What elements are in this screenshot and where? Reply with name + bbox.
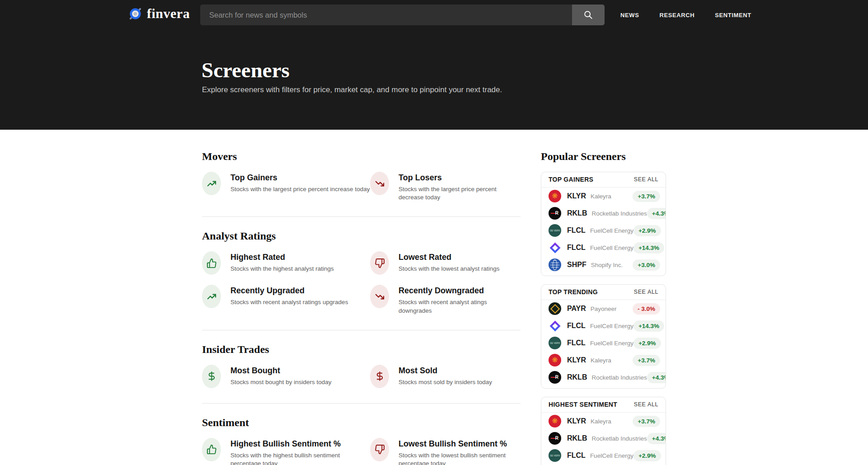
- item-description: Stocks most sold by insiders today: [399, 378, 492, 386]
- icon-bubble: [202, 251, 221, 275]
- item-description: Stocks with the highest analyst ratings: [230, 265, 334, 273]
- change-badge: +3.7%: [633, 191, 660, 202]
- ticker: FLCL: [567, 322, 586, 330]
- change-badge: +3.7%: [633, 416, 660, 427]
- thumb-up-icon: [206, 258, 217, 268]
- company-name: Rocketlab Industries: [591, 374, 647, 381]
- icon-bubble: [370, 438, 389, 461]
- stock-row[interactable]: FLCL FuelCell Energy +2.9%: [541, 222, 666, 239]
- search-input[interactable]: [200, 5, 572, 25]
- icon-bubble: [202, 172, 221, 195]
- screener-item-recently-downgraded[interactable]: Recently Downgraded Stocks with recent a…: [370, 285, 521, 315]
- klyr-logo: [549, 354, 561, 366]
- ticker: RKLB: [567, 373, 587, 381]
- change-badge: - 3.0%: [633, 303, 660, 315]
- ticker: RKLB: [567, 434, 587, 442]
- stock-row[interactable]: FLCL FuelCell Energy +14.3%: [541, 317, 666, 334]
- change-badge: +4.3%: [647, 372, 666, 383]
- company-name: FuelCell Energy: [590, 323, 633, 329]
- screener-item-recently-upgraded[interactable]: Recently Upgraded Stocks with recent ana…: [202, 285, 370, 315]
- brand-logo[interactable]: finvera: [128, 6, 190, 21]
- company-name: Rocketlab Industries: [591, 210, 647, 217]
- card-highest-sentiment: HIGHEST SENTIMENT SEE ALL KLYR Kaleyra +…: [541, 397, 666, 465]
- section-sentiment: Sentiment Highest Bullish Sentiment % St…: [202, 403, 521, 465]
- trending-down-icon: [375, 178, 385, 189]
- screener-item-top-gainers[interactable]: Top Gainers Stocks with the largest pric…: [202, 172, 370, 202]
- stock-row[interactable]: RKLB Rocketlab Industries +4.3%: [541, 205, 666, 222]
- icon-bubble: [202, 285, 221, 308]
- item-description: Stocks with recent analyst ratings upgra…: [230, 298, 348, 306]
- screener-item-most-sold[interactable]: Most Sold Stocks most sold by insiders t…: [370, 365, 521, 388]
- section-insider-trades: Insider Trades Most Bought Stocks most b…: [202, 330, 521, 403]
- rklb-logo: [549, 207, 561, 220]
- stock-row[interactable]: RKLB Rocketlab Industries +4.3%: [541, 430, 666, 447]
- stock-row[interactable]: KLYR Kaleyra +3.7%: [541, 188, 666, 205]
- item-title: Top Losers: [399, 173, 521, 183]
- page-subtitle: Explore screeners with filters for price…: [202, 85, 868, 94]
- ticker: FLCL: [567, 244, 586, 252]
- screener-item-lowest-rated[interactable]: Lowest Rated Stocks with the lowest anal…: [370, 251, 521, 275]
- stock-row[interactable]: KLYR Kaleyra +3.7%: [541, 352, 666, 369]
- screener-item-highest-bullish[interactable]: Highest Bullish Sentiment % Stocks with …: [202, 438, 370, 465]
- item-title: Highest Rated: [230, 253, 334, 262]
- see-all-link[interactable]: SEE ALL: [634, 289, 658, 295]
- item-title: Most Sold: [399, 366, 492, 376]
- company-name: FuelCell Energy: [590, 227, 633, 234]
- section-title: Insider Trades: [202, 344, 521, 355]
- icon-bubble: [370, 285, 389, 308]
- dollar-icon: [206, 371, 217, 381]
- stock-row[interactable]: PAYR Payoneer - 3.0%: [541, 300, 666, 317]
- flcl-logo: [549, 449, 561, 462]
- hero-banner: Screeners Explore screeners with filters…: [0, 30, 868, 130]
- dollar-icon: [375, 371, 385, 381]
- see-all-link[interactable]: SEE ALL: [634, 401, 658, 408]
- item-title: Lowest Rated: [399, 253, 500, 262]
- ticker: KLYR: [567, 417, 586, 425]
- content-area: Movers Top Gainers Stocks with the large…: [0, 130, 868, 465]
- item-description: Stocks with the highest bullish sentimen…: [230, 451, 370, 465]
- screener-item-lowest-bullish[interactable]: Lowest Bullish Sentiment % Stocks with t…: [370, 438, 521, 465]
- stock-row[interactable]: FLCL FuelCell Energy +2.9%: [541, 334, 666, 352]
- nav-link-sentiment[interactable]: SENTIMENT: [715, 12, 751, 19]
- search-button[interactable]: [572, 5, 605, 25]
- stock-row[interactable]: FLCL FuelCell Energy +14.3%: [541, 239, 666, 256]
- ticker: KLYR: [567, 192, 586, 200]
- card-title: TOP GAINERS: [549, 176, 593, 183]
- company-name: Shopify Inc.: [591, 262, 623, 268]
- company-name: Kaleyra: [591, 193, 611, 200]
- page-title: Screeners: [202, 60, 868, 81]
- finvera-logo-icon: [128, 6, 143, 21]
- ticker: PAYR: [567, 305, 586, 313]
- ticker: FLCL: [567, 226, 586, 235]
- item-description: Stocks with recent analyst atings downgr…: [399, 298, 521, 315]
- klyr-logo: [549, 190, 561, 202]
- trending-up-icon: [206, 178, 217, 189]
- nav-link-news[interactable]: NEWS: [620, 12, 639, 19]
- stock-row[interactable]: SHPF Shopify Inc. +3.0%: [541, 256, 666, 273]
- stock-row[interactable]: KLYR Kaleyra +3.7%: [541, 413, 666, 430]
- change-badge: +3.7%: [633, 355, 660, 366]
- stock-row[interactable]: FLCL FuelCell Energy +2.9%: [541, 447, 666, 464]
- company-name: FuelCell Energy: [590, 340, 633, 347]
- flcl-logo: [549, 337, 561, 349]
- change-badge: +2.9%: [633, 225, 661, 236]
- screener-item-top-losers[interactable]: Top Losers Stocks with the largest price…: [370, 172, 521, 202]
- nav-link-research[interactable]: RESEARCH: [659, 12, 694, 19]
- change-badge: +3.0%: [633, 259, 660, 271]
- ticker: SHPF: [567, 261, 586, 269]
- item-title: Recently Downgraded: [399, 286, 521, 296]
- screener-item-highest-rated[interactable]: Highest Rated Stocks with the highest an…: [202, 251, 370, 275]
- stock-row[interactable]: RKLB Rocketlab Industries +4.3%: [541, 369, 666, 386]
- change-badge: +14.3%: [633, 242, 664, 254]
- trending-up-icon: [206, 291, 217, 302]
- item-title: Top Gainers: [230, 173, 370, 183]
- item-description: Stocks with the largest price percent in…: [230, 185, 370, 193]
- item-description: Stocks with the largest price percent de…: [399, 185, 521, 202]
- screener-item-most-bought[interactable]: Most Bought Stocks most bought by inside…: [202, 365, 370, 388]
- change-badge: +2.9%: [633, 450, 661, 461]
- see-all-link[interactable]: SEE ALL: [634, 176, 658, 183]
- search-icon: [583, 10, 593, 20]
- change-badge: +2.9%: [633, 338, 661, 349]
- rklb-logo: [549, 371, 561, 384]
- ticker: KLYR: [567, 356, 586, 364]
